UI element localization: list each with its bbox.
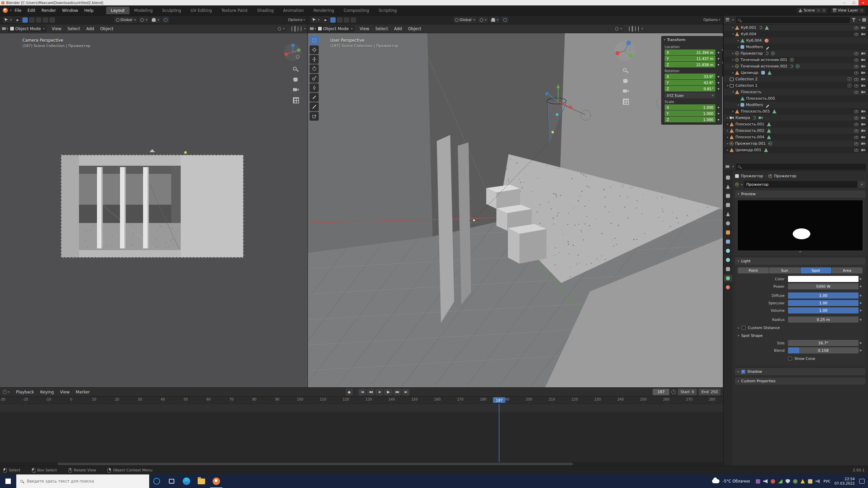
cam-icon[interactable] xyxy=(861,77,865,81)
cam-icon[interactable] xyxy=(861,122,865,126)
pan-icon[interactable] xyxy=(292,76,299,83)
navigation-gizmo[interactable] xyxy=(614,40,635,62)
unlink-icon[interactable]: × xyxy=(859,181,865,188)
outliner-item-label[interactable]: Куб.004 xyxy=(741,32,756,36)
viewport-menu[interactable]: Object xyxy=(97,26,116,31)
tray-network-icon[interactable] xyxy=(778,479,783,484)
overlays-dropdown[interactable]: ▾ xyxy=(613,25,624,32)
tray-explorer-icon[interactable] xyxy=(808,479,812,484)
taskbar-app-edge[interactable] xyxy=(179,474,194,488)
next-keyframe-icon[interactable]: ▶▶ xyxy=(394,389,401,395)
disclosure-icon[interactable]: ▸ xyxy=(731,65,735,68)
shading-rendered-icon[interactable] xyxy=(637,26,639,32)
outliner-item-label[interactable]: Точечный источник.001 xyxy=(741,58,787,62)
location-field[interactable]: Y11.437 m xyxy=(665,56,715,61)
outliner-row[interactable]: ▸Прожектор.001 xyxy=(724,140,868,147)
shadow-checkbox[interactable] xyxy=(741,370,745,374)
workspace-tab[interactable]: Modeling xyxy=(130,7,158,14)
show-cone-checkbox[interactable] xyxy=(788,357,792,361)
properties-search-input[interactable] xyxy=(736,164,866,170)
light-color-swatch[interactable] xyxy=(788,276,859,282)
transform-orientation-dropdown[interactable]: Global▾ xyxy=(453,17,476,23)
cam-icon[interactable] xyxy=(861,129,865,133)
ortho-toggle-icon[interactable] xyxy=(292,96,299,104)
outliner-item-label[interactable]: Collection 2 xyxy=(735,77,757,81)
pan-icon[interactable] xyxy=(622,77,629,85)
rotation-field[interactable]: X33.9° xyxy=(665,74,715,79)
minimize-icon[interactable]: — xyxy=(840,0,849,5)
cam-icon[interactable] xyxy=(861,142,865,146)
custom-distance-checkbox[interactable] xyxy=(742,326,746,330)
outliner-search-input[interactable] xyxy=(736,17,850,23)
tray-sync-icon[interactable] xyxy=(771,479,775,484)
tray-shield-icon[interactable] xyxy=(786,479,790,484)
start-button[interactable] xyxy=(0,474,16,488)
disclosure-icon[interactable]: ▸ xyxy=(726,116,730,119)
outliner-item-label[interactable]: Modifiers xyxy=(746,45,763,49)
timeline-menu[interactable]: Playback xyxy=(13,390,37,394)
sidebar-tab[interactable]: View xyxy=(722,63,723,77)
keyframe-decorator-icon[interactable]: ◆ xyxy=(717,118,720,121)
outliner-item-label[interactable]: Цилиндр.001 xyxy=(735,148,761,152)
outliner-row[interactable]: ▸Точечный источник.001 xyxy=(724,57,868,63)
blender-logo[interactable] xyxy=(3,8,8,13)
light-type-button[interactable]: Area xyxy=(832,267,863,273)
taskbar-app-explorer[interactable] xyxy=(194,474,209,488)
sidebar-tab[interactable]: Item xyxy=(722,36,723,49)
eye-icon[interactable] xyxy=(854,84,859,87)
outliner-item-label[interactable]: Плоскость.001 xyxy=(735,122,764,126)
disclosure-icon[interactable]: ▸ xyxy=(731,58,735,61)
disclosure-icon[interactable]: ▸ xyxy=(736,103,741,106)
topbar-menu[interactable]: File xyxy=(12,8,24,13)
workspace-tab[interactable]: Layout xyxy=(106,7,130,14)
snap-toggle[interactable]: ▾ xyxy=(150,17,161,23)
topbar-menu[interactable]: Help xyxy=(81,8,96,13)
eye-icon[interactable] xyxy=(854,129,859,133)
scale-field[interactable]: X1.000 xyxy=(665,104,715,110)
keyframe-decorator-icon[interactable]: ◆ xyxy=(717,112,720,115)
scrollbar-thumb[interactable] xyxy=(58,463,573,465)
frame-start-field[interactable]: Start0 xyxy=(678,389,697,395)
outliner-item-label[interactable]: Прожектор xyxy=(741,51,763,56)
light-type-button[interactable]: Sun xyxy=(769,267,800,273)
tray-speaker-icon[interactable] xyxy=(763,479,768,484)
outliner-row[interactable]: ▸Плоскость.002 xyxy=(724,127,868,134)
language-indicator[interactable]: РУС xyxy=(824,479,831,484)
cam-icon[interactable] xyxy=(861,71,865,75)
viewport-menu[interactable]: Select xyxy=(64,26,83,31)
shading-material-icon[interactable] xyxy=(634,26,636,32)
shading-solid-icon[interactable] xyxy=(294,26,296,32)
eye-icon[interactable] xyxy=(854,72,859,75)
outliner-row[interactable]: ▸Камера xyxy=(724,115,868,121)
taskbar-app-blender[interactable] xyxy=(209,474,224,488)
shading-solid-icon[interactable] xyxy=(631,26,633,32)
navigation-gizmo[interactable] xyxy=(283,43,302,62)
keyframe-decorator-icon[interactable]: ◆ xyxy=(717,75,720,78)
tray-updates-icon[interactable] xyxy=(793,479,797,484)
outliner-item-label[interactable]: Куб.004 xyxy=(746,38,762,43)
use-preview-range-icon[interactable] xyxy=(671,390,676,394)
cam-icon[interactable] xyxy=(861,32,865,36)
outliner-item-label[interactable]: Точечный источник.002 xyxy=(741,64,787,68)
timeline-ruler[interactable]: -30-20-100102030405060708090100110120130… xyxy=(0,396,723,404)
eye-icon[interactable] xyxy=(854,123,859,126)
transform-orientation-dropdown[interactable]: Global▾ xyxy=(114,17,137,23)
editor-type-icon[interactable] xyxy=(310,27,314,30)
options-dropdown[interactable]: Options▾ xyxy=(288,18,305,22)
proportional-edit-toggle[interactable] xyxy=(162,17,169,23)
tray-warning-icon[interactable] xyxy=(801,479,805,484)
timeline-menu[interactable]: View xyxy=(57,390,73,394)
outliner-display-mode-icon[interactable] xyxy=(726,18,729,22)
current-frame-field[interactable]: 187 xyxy=(653,389,669,395)
shading-wireframe-icon[interactable] xyxy=(628,26,630,32)
keyframe-decorator-icon[interactable]: ◆ xyxy=(717,87,720,90)
outliner-item-label[interactable]: Collection 1 xyxy=(735,83,757,88)
toggle-icon-3[interactable] xyxy=(43,17,48,23)
outliner-row[interactable]: ▾Плоскость xyxy=(724,89,868,95)
active-tool-dropdown[interactable]: ▾ xyxy=(3,17,13,23)
gizmo-toggle[interactable] xyxy=(330,17,336,23)
eye-icon[interactable] xyxy=(854,65,859,68)
prev-keyframe-icon[interactable]: ◀◀ xyxy=(367,389,374,395)
scale-field[interactable]: Y1.000 xyxy=(665,110,715,116)
camera-view-icon[interactable] xyxy=(292,86,299,94)
